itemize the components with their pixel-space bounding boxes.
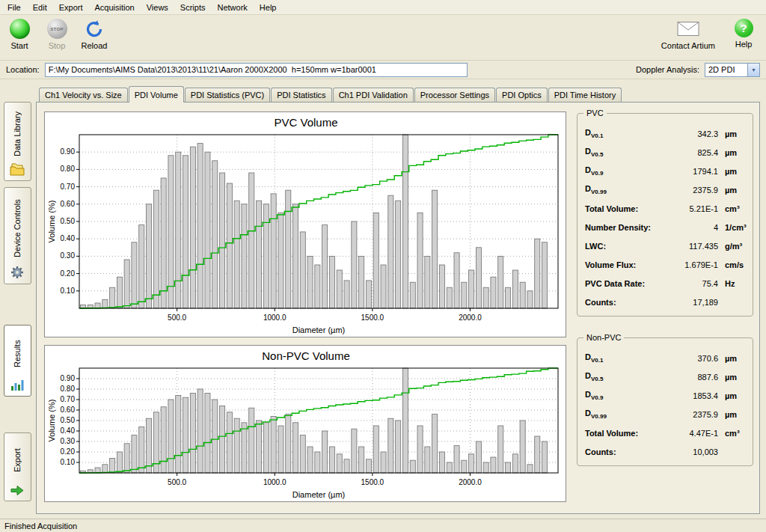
- stat-value: 5.21E-1: [670, 204, 718, 213]
- help-button[interactable]: ? Help: [730, 19, 757, 49]
- stat-label: PVC Data Rate:: [585, 279, 670, 288]
- svg-text:0.60: 0.60: [61, 406, 76, 414]
- menu-help[interactable]: Help: [254, 1, 283, 14]
- stat-label: DV0.9: [585, 390, 670, 401]
- tab-processor-settings[interactable]: Processor Settings: [414, 88, 495, 102]
- start-button[interactable]: Start: [6, 19, 33, 50]
- stat-label: Total Volume:: [585, 204, 670, 213]
- svg-text:0.90: 0.90: [61, 147, 76, 156]
- export-arrow-icon: [10, 485, 24, 498]
- stat-label: DV0.5: [585, 147, 670, 158]
- doppler-analysis-select[interactable]: 2D PDI ▼: [705, 63, 760, 77]
- menu-network[interactable]: Network: [211, 1, 253, 14]
- tab-ch1-velocity-vs-size[interactable]: Ch1 Velocity vs. Size: [39, 88, 128, 102]
- stat-unit: Hz: [718, 279, 747, 288]
- stat-value: 1.679E-1: [670, 260, 718, 269]
- stat-value: 4.47E-1: [670, 429, 718, 438]
- stat-row: Number Density:41/cm³: [585, 218, 747, 236]
- stat-value: 2375.9: [670, 410, 718, 419]
- stat-value: 825.4: [670, 148, 718, 157]
- location-row: Location: Doppler Analysis: 2D PDI ▼: [0, 60, 766, 79]
- tab-pdi-statistics-pvc[interactable]: PDI Statistics (PVC): [185, 88, 270, 102]
- help-label: Help: [735, 40, 753, 49]
- tab-pdi-statistics[interactable]: PDI Statistics: [271, 88, 331, 102]
- content-area: Ch1 Velocity vs. Size PDI Volume PDI Sta…: [34, 79, 766, 519]
- svg-text:Volume (%): Volume (%): [47, 400, 56, 442]
- location-input[interactable]: [45, 63, 468, 77]
- gear-icon: [10, 266, 24, 281]
- pvc-volume-chart: PVC Volume0.100.200.300.400.500.600.700.…: [44, 111, 566, 337]
- stat-row: DV0.91794.1µm: [585, 162, 747, 180]
- folders-icon: [10, 163, 25, 177]
- stat-unit: cm³: [718, 204, 747, 213]
- stat-label: LWC:: [585, 242, 670, 251]
- contact-artium-button[interactable]: Contact Artium: [661, 19, 715, 50]
- stop-button[interactable]: STOP Stop: [43, 19, 70, 50]
- svg-text:0.60: 0.60: [61, 200, 76, 208]
- stat-label: Volume Flux:: [585, 260, 670, 269]
- svg-text:PVC Volume: PVC Volume: [274, 116, 337, 129]
- stat-label: DV0.5: [585, 371, 670, 382]
- tab-pdi-time-history[interactable]: PDI Time History: [548, 88, 622, 102]
- svg-text:2000.0: 2000.0: [459, 314, 482, 322]
- svg-text:2000.0: 2000.0: [459, 478, 482, 486]
- svg-text:0.40: 0.40: [61, 426, 76, 435]
- stat-row: DV0.1342.3µm: [585, 124, 747, 143]
- menu-file[interactable]: File: [1, 1, 27, 14]
- menu-acquisition[interactable]: Acquisition: [89, 1, 141, 14]
- stat-unit: µm: [718, 391, 747, 400]
- nonpvc-stats-group: Non-PVC DV0.1370.6µmDV0.5887.6µmDV0.9185…: [577, 337, 753, 466]
- stat-unit: µm: [718, 410, 747, 419]
- sidebar-item-label: Export: [13, 439, 22, 482]
- tab-pdi-volume[interactable]: PDI Volume: [129, 86, 184, 103]
- pvc-stats-group: PVC DV0.1342.3µmDV0.5825.4µmDV0.91794.1µ…: [577, 113, 753, 317]
- reload-button[interactable]: Reload: [81, 19, 108, 50]
- stat-label: DV0.9: [585, 165, 670, 177]
- tab-strip: Ch1 Velocity vs. Size PDI Volume PDI Sta…: [36, 85, 760, 102]
- stat-value: 2375.9: [670, 186, 718, 195]
- stat-unit: µm: [718, 148, 747, 157]
- svg-text:1500.0: 1500.0: [361, 314, 384, 322]
- nonpvc-volume-chart: Non-PVC Volume0.100.200.300.400.500.600.…: [44, 345, 566, 502]
- sidebar-item-device-controls[interactable]: Device Controls: [4, 187, 31, 284]
- svg-text:0.90: 0.90: [61, 374, 76, 382]
- stat-value: 17,189: [670, 298, 718, 307]
- stat-row: DV0.91853.4µm: [585, 386, 747, 405]
- svg-text:0.80: 0.80: [61, 165, 76, 173]
- sidebar-item-data-library[interactable]: Data Library: [4, 102, 31, 181]
- svg-text:0.80: 0.80: [61, 385, 76, 393]
- doppler-analysis-label: Doppler Analysis:: [636, 65, 699, 74]
- toolbar: Start STOP Stop Reload Contact Artium ? …: [0, 15, 766, 60]
- svg-text:1000.0: 1000.0: [263, 478, 287, 486]
- menu-scripts[interactable]: Scripts: [174, 1, 212, 14]
- stop-label: Stop: [49, 41, 66, 50]
- stat-label: Counts:: [585, 447, 670, 456]
- stat-label: DV0.99: [585, 409, 670, 420]
- svg-text:0.50: 0.50: [61, 217, 76, 225]
- nonpvc-group-title: Non-PVC: [583, 333, 624, 342]
- stop-icon: STOP: [47, 19, 67, 39]
- svg-text:1500.0: 1500.0: [361, 478, 384, 486]
- stat-value: 117.435: [670, 242, 718, 251]
- menu-views[interactable]: Views: [141, 1, 174, 14]
- pvc-stats-rows: DV0.1342.3µmDV0.5825.4µmDV0.91794.1µmDV0…: [585, 124, 747, 311]
- stat-row: LWC:117.435g/m³: [585, 236, 747, 255]
- svg-text:0.40: 0.40: [61, 234, 76, 242]
- charts-column: PVC Volume0.100.200.300.400.500.600.700.…: [44, 111, 568, 507]
- menu-export[interactable]: Export: [53, 1, 89, 14]
- menu-edit[interactable]: Edit: [27, 1, 53, 14]
- sidebar-item-export[interactable]: Export: [4, 432, 31, 501]
- stat-unit: µm: [718, 129, 747, 138]
- stat-label: DV0.99: [585, 184, 670, 195]
- start-icon: [10, 19, 30, 39]
- reload-icon: [85, 19, 104, 39]
- chevron-down-icon[interactable]: ▼: [747, 64, 759, 76]
- svg-text:0.30: 0.30: [61, 251, 76, 260]
- tab-pdi-optics[interactable]: PDI Optics: [496, 88, 548, 102]
- main-area: Data Library Device Controls: [0, 79, 766, 519]
- tab-ch1-pdi-validation[interactable]: Ch1 PDI Validation: [333, 88, 414, 102]
- svg-text:1000.0: 1000.0: [263, 314, 287, 322]
- stat-row: Total Volume:5.21E-1cm³: [585, 199, 747, 218]
- sidebar-item-results[interactable]: Results: [4, 325, 31, 397]
- stat-unit: µm: [718, 167, 747, 176]
